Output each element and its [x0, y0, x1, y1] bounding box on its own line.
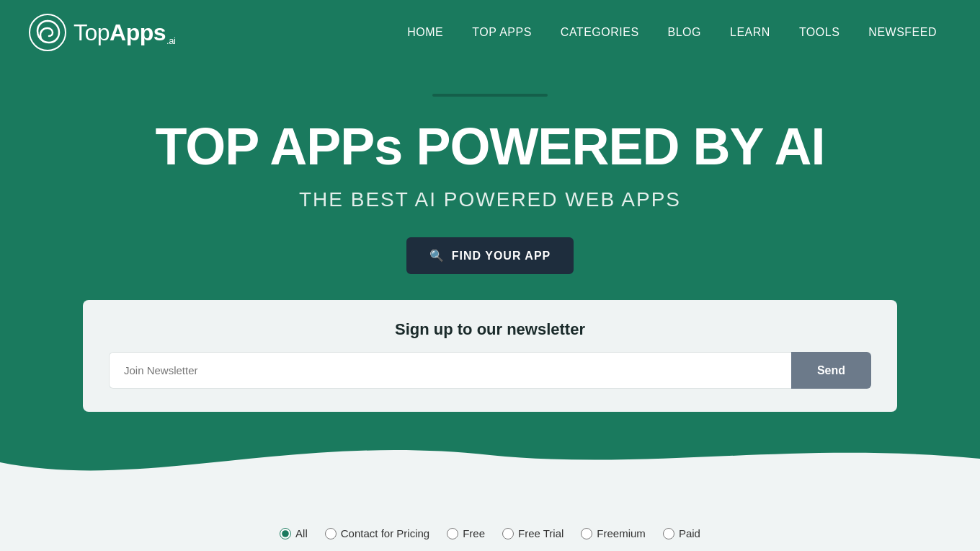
hero-wrapper: TOP APPs POWERED BY AI THE BEST AI POWER… — [0, 65, 980, 484]
newsletter-box: Sign up to our newsletter Send — [83, 300, 897, 412]
svg-point-0 — [30, 14, 66, 50]
newsletter-email-input[interactable] — [109, 352, 791, 389]
nav-tools[interactable]: TOOLS — [785, 19, 854, 46]
main-nav: HOME TOP APPS CATEGORIES BLOG LEARN TOOL… — [393, 19, 951, 46]
header: TopApps.ai HOME TOP APPS CATEGORIES BLOG… — [0, 0, 980, 65]
logo-text: TopApps.ai — [74, 19, 175, 46]
filter-free[interactable]: Free — [447, 527, 485, 539]
filter-freemium-label: Freemium — [597, 527, 646, 539]
newsletter-title: Sign up to our newsletter — [109, 320, 871, 339]
nav-home[interactable]: HOME — [393, 19, 458, 46]
nav-categories[interactable]: CATEGORIES — [546, 19, 654, 46]
search-icon: 🔍 — [429, 249, 445, 263]
filter-free-label: Free — [463, 527, 485, 539]
filter-options: All Contact for Pricing Free Free Trial … — [14, 527, 966, 539]
newsletter-form: Send — [109, 352, 871, 389]
find-app-button[interactable]: 🔍 FIND YOUR APP — [406, 237, 574, 274]
filter-freemium[interactable]: Freemium — [581, 527, 646, 539]
nav-top-apps[interactable]: TOP APPS — [458, 19, 546, 46]
filter-contact[interactable]: Contact for Pricing — [325, 527, 429, 539]
filter-free-trial-label: Free Trial — [518, 527, 564, 539]
filter-free-trial[interactable]: Free Trial — [502, 527, 564, 539]
nav-blog[interactable]: BLOG — [654, 19, 716, 46]
filter-all[interactable]: All — [280, 527, 308, 539]
nav-learn[interactable]: LEARN — [716, 19, 785, 46]
logo-link[interactable]: TopApps.ai — [29, 14, 175, 51]
logo-icon — [29, 14, 66, 51]
hero-title: TOP APPs POWERED BY AI — [14, 118, 966, 175]
newsletter-send-button[interactable]: Send — [791, 352, 871, 389]
filter-contact-label: Contact for Pricing — [341, 527, 429, 539]
filter-paid[interactable]: Paid — [663, 527, 700, 539]
hero-subtitle: THE BEST AI POWERED WEB APPS — [14, 188, 966, 211]
wave-divider — [0, 419, 980, 484]
filter-paid-label: Paid — [679, 527, 700, 539]
hero-accent-line — [432, 94, 548, 97]
filter-section: All Contact for Pricing Free Free Trial … — [0, 484, 980, 551]
nav-newsfeed[interactable]: NEWSFEED — [854, 19, 951, 46]
find-app-label: FIND YOUR APP — [452, 250, 551, 263]
filter-all-label: All — [295, 527, 308, 539]
